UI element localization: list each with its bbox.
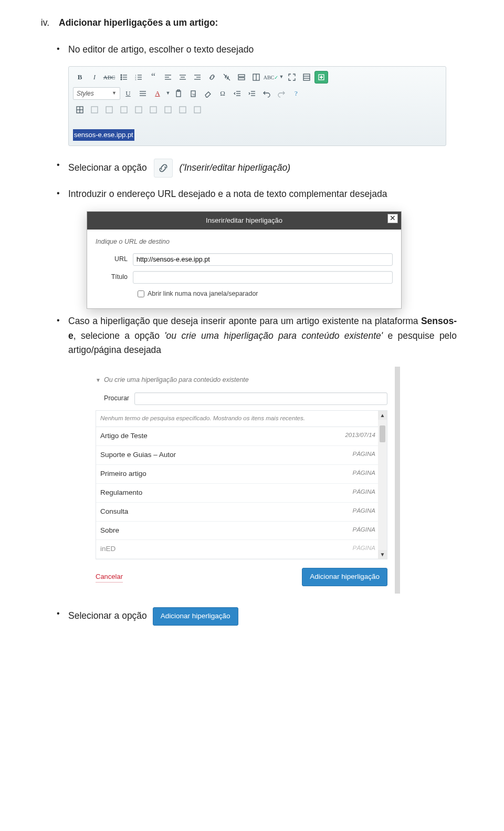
list-item[interactable]: Regulamento PÁGINA	[96, 484, 387, 503]
title-input[interactable]	[133, 271, 393, 284]
add-link-button-inline[interactable]: Adicionar hiperligação	[153, 607, 238, 626]
table-5-icon[interactable]	[132, 103, 145, 116]
chevron-down-icon: ▼	[96, 376, 101, 385]
help-icon[interactable]: ?	[289, 87, 303, 100]
list-item[interactable]: Consulta PÁGINA	[96, 503, 387, 522]
svg-point-0	[121, 75, 122, 76]
svg-rect-55	[194, 107, 201, 113]
scroll-down-icon[interactable]: ▼	[378, 550, 387, 559]
spellcheck-icon[interactable]: ABC✓	[264, 71, 278, 84]
chevron-down-icon: ▼	[112, 90, 117, 97]
paste-icon[interactable]	[172, 87, 185, 100]
undo-icon[interactable]	[260, 87, 274, 100]
eraser-icon[interactable]	[201, 87, 215, 100]
redo-icon[interactable]	[275, 87, 288, 100]
cancel-button[interactable]: Cancelar	[96, 572, 123, 583]
strike-icon[interactable]: ABC	[102, 71, 116, 84]
chevron-down-icon[interactable]: ▼	[279, 74, 284, 81]
list-item[interactable]: Suporte e Guias – Autor PÁGINA	[96, 446, 387, 465]
blockquote-icon[interactable]: “	[146, 71, 160, 84]
svg-point-4	[121, 79, 122, 80]
bold-icon[interactable]: B	[73, 71, 87, 84]
bullet-choose-text: No editor de artigo, escolher o texto de…	[68, 43, 457, 57]
svg-rect-52	[150, 107, 156, 113]
results-list: Nenhum termo de pesquisa especificado. M…	[96, 410, 387, 559]
title-label: Título	[96, 272, 128, 282]
insert-special-icon[interactable]	[314, 71, 328, 84]
omega-icon[interactable]: Ω	[216, 87, 229, 100]
outdent-icon[interactable]	[230, 87, 244, 100]
table-2-icon[interactable]	[88, 103, 101, 116]
svg-text:W: W	[192, 92, 196, 97]
link-dialog: Inserir/editar hiperligação ✕ Indique o …	[87, 211, 402, 309]
svg-line-21	[224, 74, 230, 80]
table-merge-icon[interactable]	[249, 71, 263, 84]
existing-content-header[interactable]: ▼ Ou crie uma hiperligação para conteúdo…	[88, 374, 395, 390]
section-title: Adicionar hiperligações a um artigo:	[59, 16, 218, 30]
dialog-title-bar: Inserir/editar hiperligação ✕	[87, 212, 401, 230]
toolbar-row-3	[73, 102, 442, 117]
toolbar-row-2: Styles ▼ U A ▼ W Ω ?	[73, 86, 442, 101]
new-window-label: Abrir link numa nova janela/separador	[148, 289, 258, 299]
align-center-icon[interactable]	[176, 71, 190, 84]
bulleted-list-icon[interactable]	[117, 71, 131, 84]
section-number: iv.	[32, 16, 49, 30]
numbered-list-icon[interactable]: 123	[132, 71, 145, 84]
table-3-icon[interactable]	[102, 103, 116, 116]
close-icon[interactable]: ✕	[387, 214, 398, 223]
toolbar-row-1: B I ABC 123 “ ABC✓ ▼	[73, 70, 442, 85]
align-left-icon[interactable]	[161, 71, 175, 84]
search-label: Procurar	[96, 393, 129, 403]
scrollbar[interactable]: ▲ ▼	[378, 411, 387, 559]
scroll-thumb[interactable]	[380, 425, 385, 442]
url-input[interactable]	[133, 253, 393, 266]
align-justify-icon[interactable]	[136, 87, 150, 100]
svg-rect-51	[135, 107, 142, 113]
list-item[interactable]: Primeiro artigo PÁGINA	[96, 465, 387, 484]
link-icon[interactable]	[154, 159, 173, 178]
list-item[interactable]: Artigo de Teste 2013/07/14	[96, 427, 387, 446]
svg-point-2	[121, 77, 122, 78]
dialog-hint: Indique o URL de destino	[96, 237, 393, 247]
fullscreen-icon[interactable]	[285, 71, 299, 84]
scroll-up-icon[interactable]: ▲	[378, 411, 387, 420]
styles-dropdown[interactable]: Styles ▼	[73, 87, 120, 100]
dialog-title: Inserir/editar hiperligação	[206, 215, 282, 226]
bullet-select-final: Selecionar a opção Adicionar hiperligaçã…	[68, 607, 457, 626]
table-split-icon[interactable]	[235, 71, 248, 84]
table-8-icon[interactable]	[176, 103, 190, 116]
table-6-icon[interactable]	[146, 103, 160, 116]
italic-icon[interactable]: I	[88, 71, 101, 84]
section-header: iv. Adicionar hiperligações a um artigo:	[32, 16, 457, 30]
svg-rect-53	[165, 107, 171, 113]
chevron-down-icon[interactable]: ▼	[165, 90, 171, 97]
text-color-icon[interactable]: A	[151, 87, 164, 100]
svg-rect-48	[91, 107, 98, 113]
styles-label: Styles	[77, 89, 94, 99]
search-input[interactable]	[134, 392, 387, 405]
editor-selected-text[interactable]: sensos-e.ese.ipp.pt	[73, 129, 134, 141]
more-icon[interactable]	[300, 71, 313, 84]
svg-rect-50	[121, 107, 127, 113]
indent-icon[interactable]	[245, 87, 259, 100]
existing-content-panel: ▼ Ou crie uma hiperligação para conteúdo…	[88, 367, 400, 594]
title-row: Título	[96, 271, 393, 284]
table-7-icon[interactable]	[161, 103, 175, 116]
new-window-checkbox[interactable]	[138, 290, 144, 297]
add-link-button[interactable]: Adicionar hiperligação	[302, 568, 387, 586]
table-9-icon[interactable]	[191, 103, 204, 116]
svg-rect-26	[303, 74, 310, 80]
svg-rect-49	[106, 107, 112, 113]
link-icon[interactable]	[205, 71, 219, 84]
list-item[interactable]: Sobre PÁGINA	[96, 522, 387, 541]
align-right-icon[interactable]	[191, 71, 204, 84]
paste-word-icon[interactable]: W	[186, 87, 200, 100]
table-icon[interactable]	[73, 103, 87, 116]
list-item[interactable]: inED PÁGINA	[96, 540, 387, 559]
unlink-icon[interactable]	[220, 71, 234, 84]
underline-icon[interactable]: U	[121, 87, 135, 100]
svg-text:3: 3	[135, 78, 136, 81]
svg-rect-22	[238, 75, 245, 77]
table-4-icon[interactable]	[117, 103, 131, 116]
editor-toolbar: B I ABC 123 “ ABC✓ ▼ Styles ▼ U A ▼ W Ω	[68, 66, 446, 146]
